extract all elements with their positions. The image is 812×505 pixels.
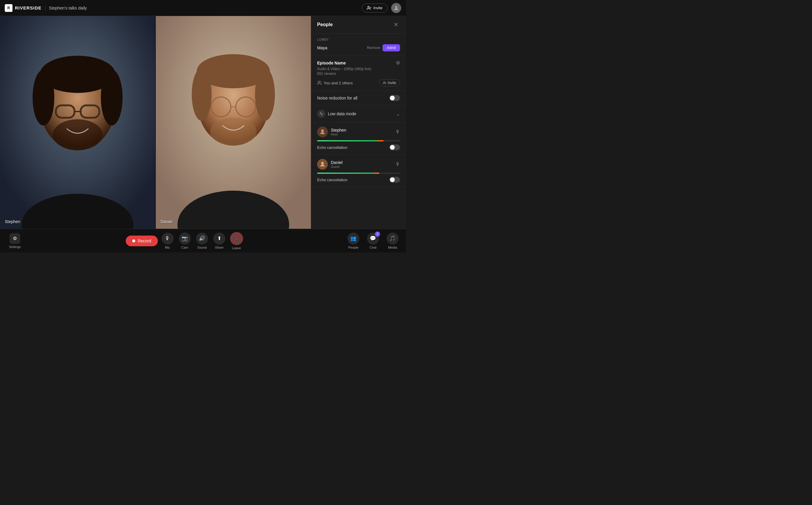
daniel-mic-icon: 🎙 (395, 162, 400, 167)
lobby-section: Lobby Maya Remove Admit (311, 34, 406, 56)
participants-info: You and 2 others (317, 80, 353, 85)
invite-button[interactable]: Invite (362, 4, 388, 12)
user-avatar (391, 3, 401, 13)
svg-point-25 (384, 82, 385, 83)
panel-invite-button[interactable]: Invite (379, 79, 400, 87)
media-icon: 🎵 (387, 232, 399, 244)
stephen-echo-toggle[interactable] (389, 144, 400, 150)
person-card-daniel: Daniel Guest 🎙 Echo cancellation (311, 155, 406, 187)
daniel-avatar (317, 159, 328, 170)
low-data-row: Low data mode ⌄ (317, 110, 400, 118)
invite-icon (367, 6, 372, 10)
header-divider (45, 5, 45, 11)
people-btn[interactable]: 👥 People (346, 232, 361, 249)
video-panel-daniel: Daniel (156, 16, 311, 229)
invite-btn-label: Invite (373, 6, 383, 10)
video-area: Stephen (0, 16, 311, 229)
stephen-slider-orange (377, 140, 383, 141)
bottom-right-controls: 👥 People 💬 2 Chat 🎵 Media (346, 232, 400, 249)
stephen-portrait-svg (0, 16, 155, 229)
noise-reduction-label: Noise reduction for all (317, 96, 357, 101)
episode-section: Episode Name ⚙ Audio & Video – 1080p (48… (311, 56, 406, 91)
sound-btn[interactable]: 🔊 Sound (195, 232, 210, 249)
svg-point-18 (192, 68, 212, 121)
person-card-stephen: Stephen Host 🎙 Echo cancellation (311, 122, 406, 155)
episode-viewers: 852 viewers (317, 71, 400, 76)
sound-label: Sound (197, 246, 207, 249)
share-btn[interactable]: ⬆ Share (212, 232, 227, 249)
daniel-slider-green (317, 173, 374, 174)
leave-btn-wrap[interactable]: 📞 Leave (229, 232, 244, 250)
cam-btn[interactable]: 📷 Cam (177, 232, 192, 249)
noise-reduction-toggle[interactable] (389, 95, 400, 101)
svg-point-24 (318, 81, 319, 82)
stephen-info: Stephen Host (331, 128, 392, 136)
chat-label: Chat (370, 246, 376, 249)
mic-btn[interactable]: 🎙 Mic (160, 232, 175, 249)
participants-icon (317, 80, 322, 85)
media-label: Media (388, 246, 397, 249)
stephen-echo-row: Echo cancellation (317, 144, 400, 150)
noise-reduction-section: Noise reduction for all (311, 91, 406, 106)
header-right: Invite (362, 3, 401, 13)
svg-point-28 (321, 130, 324, 132)
share-label: Share (215, 246, 224, 249)
daniel-portrait-svg (156, 16, 311, 229)
media-btn[interactable]: 🎵 Media (385, 232, 400, 249)
daniel-role: Guest (331, 165, 392, 168)
admit-button[interactable]: Admit (383, 44, 400, 51)
lobby-user-row: Maya Remove Admit (317, 44, 400, 51)
daniel-audio-slider[interactable] (317, 173, 400, 174)
svg-point-9 (101, 70, 122, 126)
panel-invite-label: Invite (388, 81, 396, 85)
daniel-echo-toggle[interactable] (389, 177, 400, 183)
sound-icon: 🔊 (196, 232, 208, 244)
mic-label: Mic (165, 246, 170, 249)
settings-btn[interactable]: ⚙ Settings (6, 233, 24, 248)
people-label: People (348, 246, 359, 249)
cam-label: Cam (181, 246, 188, 249)
low-data-chevron[interactable]: ⌄ (396, 111, 400, 117)
daniel-name: Daniel (331, 160, 392, 165)
avatar-icon (393, 5, 399, 11)
stephen-audio-slider[interactable] (317, 140, 400, 141)
episode-settings-button[interactable]: ⚙ (396, 60, 400, 66)
svg-point-8 (33, 70, 54, 126)
leave-button[interactable]: 📞 (230, 232, 243, 245)
remove-button[interactable]: Remove (367, 44, 381, 51)
daniel-slider-orange (374, 173, 380, 174)
chat-btn[interactable]: 💬 2 Chat (366, 232, 381, 249)
panel-header: People ✕ (311, 16, 406, 34)
svg-point-3 (395, 6, 397, 8)
lobby-actions: Remove Admit (367, 44, 400, 51)
stephen-name: Stephen (331, 128, 392, 133)
lobby-user-name: Maya (317, 45, 327, 50)
share-icon: ⬆ (214, 232, 225, 244)
stephen-slider-green (317, 140, 377, 141)
main-content: Stephen (0, 16, 406, 229)
stephen-role: Host (331, 133, 392, 136)
svg-point-13 (52, 120, 102, 150)
video-bg-daniel (156, 16, 311, 229)
header: R RIVERSIDE Stephen's talks daily Invite (0, 0, 406, 16)
stephen-mic-icon: 🎙 (395, 129, 400, 135)
panel-invite-icon (383, 81, 386, 85)
mic-icon: 🎙 (162, 232, 173, 244)
right-panel: People ✕ Lobby Maya Remove Admit Episode… (311, 16, 406, 229)
logo: R RIVERSIDE (5, 4, 42, 12)
video-bg-stephen (0, 16, 155, 229)
record-dot (132, 239, 135, 242)
participants-row: You and 2 others Invite (317, 79, 400, 87)
daniel-card-header: Daniel Guest 🎙 (317, 159, 400, 170)
video-panel-stephen: Stephen (0, 16, 156, 229)
settings-label: Settings (9, 245, 21, 248)
svg-point-29 (321, 162, 324, 165)
close-panel-button[interactable]: ✕ (392, 21, 400, 28)
svg-point-0 (368, 6, 369, 8)
participants-count: You and 2 others (324, 81, 353, 85)
stephen-label: Stephen (5, 219, 20, 224)
people-icon: 👥 (348, 232, 359, 244)
chat-icon-wrap: 💬 2 (367, 232, 379, 244)
record-button[interactable]: Record (126, 235, 157, 246)
episode-quality: Audio & Video – 1080p (480p live) (317, 67, 400, 71)
